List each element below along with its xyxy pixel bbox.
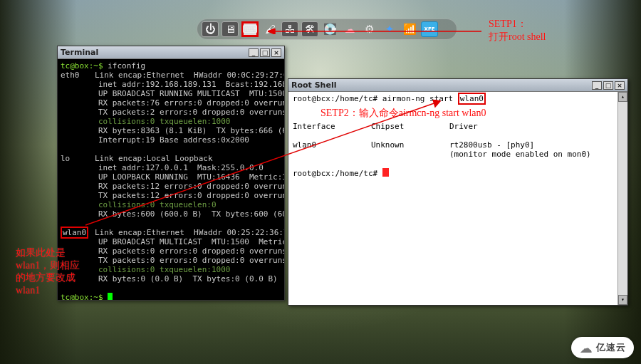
power-icon[interactable]: ⏻: [202, 21, 219, 37]
wlan0-l5: collisions:0 txqueuelen:1000: [98, 265, 230, 274]
arrow-step2: [85, 100, 442, 228]
prompt: tc@box:~$: [61, 61, 108, 71]
svg-marker-1: [268, 28, 275, 34]
title-terminal: Terminal: [61, 48, 98, 57]
eth0-l3: UP BROADCAST RUNNING MULTICAST MTU:1500 …: [98, 89, 284, 98]
hdr-driver: Driver: [449, 122, 478, 131]
eth0-l1: Link encap:Ethernet HWaddr 00:0C:29:27:0…: [95, 71, 284, 80]
min-button[interactable]: _: [592, 81, 602, 90]
root-cmd-wlan0: wlan0: [458, 93, 486, 105]
wlan0-l4: TX packets:0 errors:0 dropped:0 overruns…: [98, 256, 284, 265]
if-wlan0: wlan0: [61, 227, 88, 239]
annot-step1: SETP1： 打开root shell: [489, 18, 546, 43]
wlan0-l2: UP BROADCAST MULTICAST MTU:1500 Metric:1: [98, 237, 284, 246]
eth0-l2: inet addr:192.168.189.131 Bcast:192.168.…: [98, 80, 284, 89]
scroll-down-button[interactable]: ▾: [618, 295, 627, 305]
close-button[interactable]: ×: [615, 81, 625, 90]
svg-marker-3: [433, 100, 440, 107]
watermark: ☁ 亿速云: [571, 337, 634, 358]
monitor-icon[interactable]: 🖥: [222, 21, 239, 37]
annot-wlan-note: 如果此处是 wlan1，则相应 的地方要改成 wlan1: [16, 246, 80, 296]
close-button[interactable]: ×: [271, 48, 281, 57]
wlan0-l3: RX packets:0 errors:0 dropped:0 overruns…: [98, 246, 284, 256]
cmd-ifconfig: ifconfig: [108, 61, 145, 71]
if-eth0: eth0: [61, 71, 95, 80]
cursor: [108, 293, 113, 300]
svg-line-2: [85, 101, 440, 225]
scrollbar[interactable]: ▴ ▾: [617, 92, 627, 305]
row-drv2: (monitor mode enabled on mon0): [449, 150, 591, 159]
row-drv1: rt2800usb - [phy0]: [449, 140, 534, 150]
watermark-text: 亿速云: [596, 341, 626, 354]
titlebar-terminal[interactable]: Terminal _ □ ×: [58, 46, 284, 59]
wlan0-l1: Link encap:Ethernet HWaddr 00:25:22:36:7…: [95, 228, 284, 237]
max-button[interactable]: □: [603, 81, 613, 90]
cloud-logo-icon: ☁: [580, 340, 593, 355]
titlebar-root[interactable]: Root Shell _ □ ×: [288, 79, 627, 92]
terminal-icon[interactable]: ⌨: [241, 21, 259, 37]
min-button[interactable]: _: [249, 48, 259, 57]
wlan0-l6: RX bytes:0 (0.0 B) TX bytes:0 (0.0 B): [98, 274, 278, 284]
arrow-step1: [268, 28, 490, 34]
scroll-up-button[interactable]: ▴: [618, 92, 627, 102]
title-root: Root Shell: [291, 80, 336, 90]
max-button[interactable]: □: [260, 48, 270, 57]
